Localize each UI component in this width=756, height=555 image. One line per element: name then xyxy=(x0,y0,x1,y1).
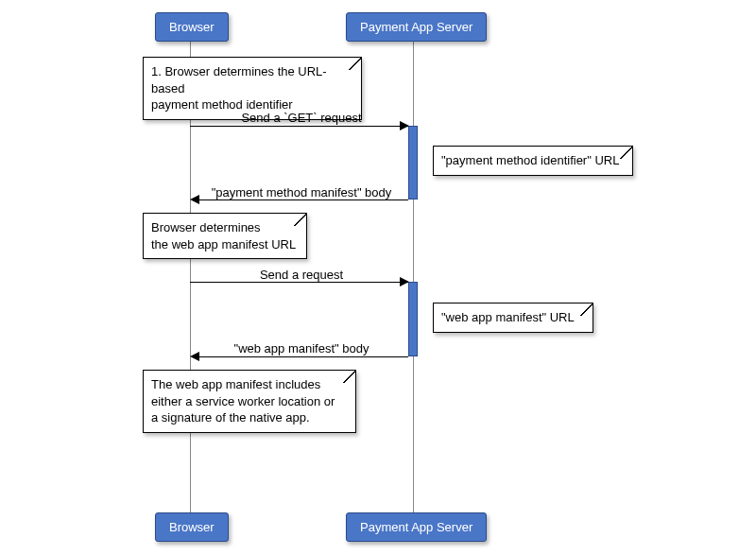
note-text: "payment method identifier" URL xyxy=(441,153,619,167)
participant-browser-top: Browser xyxy=(155,12,229,42)
message-label: Send a `GET` request xyxy=(190,111,413,125)
note-pmi-url: "payment method identifier" URL xyxy=(433,146,633,176)
arrowhead-icon xyxy=(400,277,409,286)
arrowhead-icon xyxy=(400,121,409,130)
note-determine-manifest: Browser determines the web app manifest … xyxy=(143,213,307,259)
message-text: Send a request xyxy=(260,268,343,282)
message-arrow-get-request xyxy=(190,126,408,127)
message-label: "web app manifest" body xyxy=(190,341,413,356)
participant-browser-bottom: Browser xyxy=(155,512,229,542)
lifeline-server xyxy=(413,36,414,518)
arrowhead-icon xyxy=(190,352,199,361)
note-wam-includes: The web app manifest includes either a s… xyxy=(143,370,356,433)
message-label: "payment method manifest" body xyxy=(190,185,413,199)
note-wam-url: "web app manifest" URL xyxy=(433,303,593,333)
participant-label: Payment App Server xyxy=(360,520,472,534)
arrowhead-icon xyxy=(190,195,199,204)
participant-label: Browser xyxy=(169,520,215,534)
message-arrow-pmm-body xyxy=(199,199,408,200)
participant-server-bottom: Payment App Server xyxy=(346,512,487,542)
note-text: Browser determines the web app manifest … xyxy=(151,220,296,251)
message-text: Send a `GET` request xyxy=(241,111,361,125)
message-text: "web app manifest" body xyxy=(234,341,369,356)
participant-label: Payment App Server xyxy=(360,20,472,34)
participant-server-top: Payment App Server xyxy=(346,12,487,42)
note-text: "web app manifest" URL xyxy=(441,310,575,324)
message-label: Send a request xyxy=(190,268,413,282)
message-arrow-wam-body xyxy=(199,356,408,357)
note-text: 1. Browser determines the URL-based paym… xyxy=(151,64,327,112)
note-text: The web app manifest includes either a s… xyxy=(151,377,335,425)
participant-label: Browser xyxy=(169,20,215,34)
message-arrow-send-request xyxy=(190,282,408,283)
message-text: "payment method manifest" body xyxy=(212,185,392,199)
